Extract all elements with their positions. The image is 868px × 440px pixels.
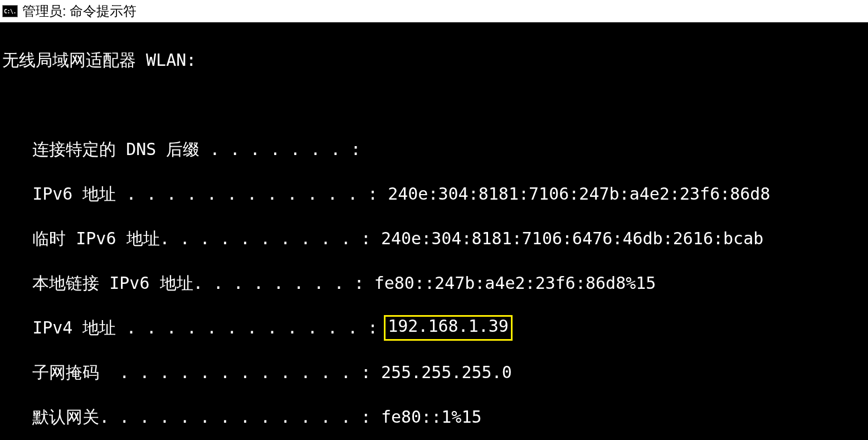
gateway-value: fe80::1%15 (381, 406, 482, 428)
temp-ipv6-label: 临时 IPv6 地址. . . . . . . . . . : (2, 228, 381, 250)
ipv4-row: IPv4 地址 . . . . . . . . . . . . : 192.16… (2, 317, 866, 339)
blank-line (2, 94, 866, 116)
cmd-icon-text: C:\. (4, 8, 16, 14)
dns-suffix-row: 连接特定的 DNS 后缀 . . . . . . . : (2, 138, 866, 161)
gateway-label: 默认网关. . . . . . . . . . . . . : (2, 406, 381, 428)
subnet-row: 子网掩码 . . . . . . . . . . . . : 255.255.2… (2, 361, 866, 384)
dns-suffix-label: 连接特定的 DNS 后缀 . . . . . . . : (2, 138, 360, 161)
link-local-ipv6-row: 本地链接 IPv6 地址. . . . . . . . : fe80::247b… (2, 272, 866, 294)
link-local-ipv6-value: fe80::247b:a4e2:23f6:86d8%15 (374, 272, 656, 294)
ipv4-value: 192.168.1.39 (388, 316, 509, 336)
subnet-label: 子网掩码 . . . . . . . . . . . . : (2, 361, 381, 384)
gateway-row: 默认网关. . . . . . . . . . . . . : fe80::1%… (2, 406, 866, 428)
link-local-ipv6-label: 本地链接 IPv6 地址. . . . . . . . : (2, 272, 374, 294)
temp-ipv6-value: 240e:304:8181:7106:6476:46db:2616:bcab (381, 228, 763, 250)
ipv6-label: IPv6 地址 . . . . . . . . . . . . : (2, 183, 388, 205)
ipv6-value: 240e:304:8181:7106:247b:a4e2:23f6:86d8 (388, 183, 770, 205)
window-title: 管理员: 命令提示符 (22, 2, 136, 20)
subnet-value: 255.255.255.0 (381, 361, 512, 384)
cmd-icon: C:\. (2, 5, 18, 17)
window-titlebar[interactable]: C:\. 管理员: 命令提示符 (0, 0, 868, 22)
ipv4-label: IPv4 地址 . . . . . . . . . . . . : (2, 317, 388, 339)
wlan-adapter-header: 无线局域网适配器 WLAN: (2, 49, 866, 71)
ipv4-highlight-box: 192.168.1.39 (384, 315, 513, 341)
terminal-output[interactable]: 无线局域网适配器 WLAN: 连接特定的 DNS 后缀 . . . . . . … (0, 22, 868, 440)
ipv6-row: IPv6 地址 . . . . . . . . . . . . : 240e:3… (2, 183, 866, 205)
temp-ipv6-row: 临时 IPv6 地址. . . . . . . . . . : 240e:304… (2, 228, 866, 250)
